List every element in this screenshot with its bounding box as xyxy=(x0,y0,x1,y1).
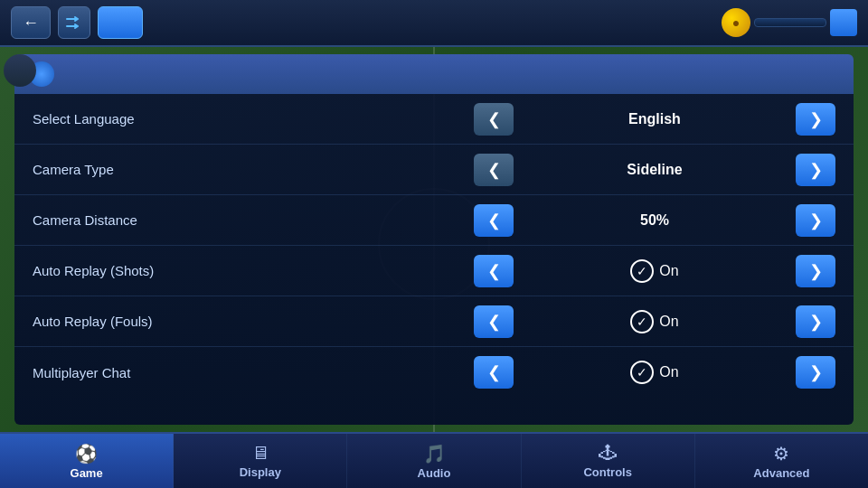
nav-label: Audio xyxy=(418,466,451,480)
arrow-left-button[interactable]: ❮ xyxy=(474,255,514,287)
toggle-text: On xyxy=(659,263,678,279)
nav-item-controls[interactable]: 🕹Controls xyxy=(522,434,695,488)
setting-value: English xyxy=(514,111,796,127)
bottom-nav: ⚽Game🖥Display🎵Audio🕹Controls⚙Advanced xyxy=(0,432,868,488)
content-area: Select Language❮English❯Camera Type❮Side… xyxy=(0,47,868,432)
settings-table: Select Language❮English❯Camera Type❮Side… xyxy=(14,94,854,425)
setting-control: ❮50%❯ xyxy=(474,204,835,237)
section-header xyxy=(14,54,854,94)
setting-control: ❮✓On❯ xyxy=(474,356,835,389)
nav-label: Controls xyxy=(583,465,631,479)
nav-item-advanced[interactable]: ⚙Advanced xyxy=(695,434,868,488)
dots-menu-button[interactable] xyxy=(4,54,36,87)
nav-item-game[interactable]: ⚽Game xyxy=(0,434,174,488)
arrow-right-button[interactable]: ❯ xyxy=(796,255,835,287)
check-icon: ✓ xyxy=(630,310,654,333)
coin-plus-button[interactable] xyxy=(830,9,857,36)
setting-label: Camera Type xyxy=(33,162,474,177)
coin-area: ● xyxy=(722,8,857,37)
arrow-right-button[interactable]: ❯ xyxy=(796,103,835,136)
advanced-icon: ⚙ xyxy=(773,443,789,465)
setting-row: Multiplayer Chat❮✓On❯ xyxy=(14,347,854,398)
arrow-left-button[interactable]: ❮ xyxy=(474,204,514,237)
back-button[interactable]: ← xyxy=(11,6,51,39)
arrow-left-button[interactable]: ❮ xyxy=(474,103,514,136)
display-icon: 🖥 xyxy=(251,443,269,464)
setting-row: Auto Replay (Shots)❮✓On❯ xyxy=(14,246,854,296)
nav-label: Game xyxy=(71,466,103,480)
setting-value: 50% xyxy=(514,212,796,229)
check-icon: ✓ xyxy=(630,361,654,384)
setting-label: Select Language xyxy=(33,111,474,127)
nav-item-display[interactable]: 🖥Display xyxy=(174,434,347,488)
setting-row: Auto Replay (Fouls)❮✓On❯ xyxy=(14,296,854,347)
coin-icon: ● xyxy=(722,8,750,37)
arrow-right-button[interactable]: ❯ xyxy=(796,154,835,186)
arrow-left-button[interactable]: ❮ xyxy=(474,154,514,186)
toggle-value: ✓On xyxy=(514,310,796,333)
nav-label: Display xyxy=(240,465,281,479)
setting-control: ❮✓On❯ xyxy=(474,305,835,338)
toggle-value: ✓On xyxy=(514,361,796,384)
setting-row: Camera Type❮Sideline❯ xyxy=(14,145,854,195)
toggle-text: On xyxy=(659,364,678,380)
setting-label: Camera Distance xyxy=(33,212,474,228)
arrow-right-button[interactable]: ❯ xyxy=(796,305,835,338)
arrow-left-button[interactable]: ❮ xyxy=(474,305,514,338)
arrow-right-button[interactable]: ❯ xyxy=(796,356,835,389)
toggle-text: On xyxy=(659,314,678,330)
setting-label: Auto Replay (Shots) xyxy=(33,263,474,278)
setting-row: Camera Distance❮50%❯ xyxy=(14,195,854,246)
setting-label: Multiplayer Chat xyxy=(33,365,474,380)
reset-button[interactable] xyxy=(98,6,143,39)
check-icon: ✓ xyxy=(630,259,654,283)
audio-icon: 🎵 xyxy=(423,443,446,465)
nav-item-audio[interactable]: 🎵Audio xyxy=(347,434,521,488)
setting-control: ❮English❯ xyxy=(474,103,835,136)
setting-value: Sideline xyxy=(514,162,796,178)
shuffle-button[interactable] xyxy=(58,6,90,39)
setting-control: ❮✓On❯ xyxy=(474,255,835,287)
controls-icon: 🕹 xyxy=(599,443,617,464)
nav-label: Advanced xyxy=(753,466,809,480)
setting-row: Select Language❮English❯ xyxy=(14,94,854,145)
top-bar: ← ● xyxy=(0,0,868,47)
game-icon: ⚽ xyxy=(75,443,98,465)
coin-amount xyxy=(754,18,826,27)
arrow-right-button[interactable]: ❯ xyxy=(796,204,835,237)
arrow-left-button[interactable]: ❮ xyxy=(474,356,514,389)
setting-control: ❮Sideline❯ xyxy=(474,154,835,186)
toggle-value: ✓On xyxy=(514,259,796,283)
setting-label: Auto Replay (Fouls) xyxy=(33,314,474,329)
